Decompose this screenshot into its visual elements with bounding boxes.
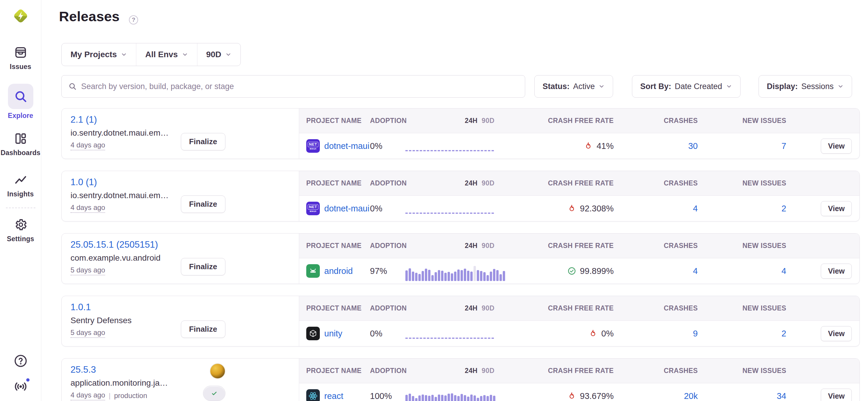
environment-filter-value: All Envs [145, 50, 178, 59]
col-project-name: PROJECT NAME [299, 179, 370, 187]
view-button[interactable]: View [821, 139, 852, 154]
sidebar-item-label: Dashboards [1, 149, 40, 157]
col-crashes: CRASHES [664, 304, 703, 312]
crashes-link[interactable]: 9 [693, 329, 698, 338]
col-crashes: CRASHES [664, 117, 703, 125]
crash-free-cell: 92.308% [567, 204, 619, 213]
sidebar-item-explore[interactable]: Explore [0, 84, 41, 120]
col-project-name: PROJECT NAME [299, 304, 370, 312]
date-range-dropdown[interactable]: 90D [197, 43, 241, 66]
col-crash-free-rate: CRASH FREE RATE [548, 117, 618, 125]
dashboards-icon [14, 131, 27, 146]
crash-free-value: 93.679% [580, 391, 614, 401]
adoption-value: 0% [370, 329, 405, 338]
view-button[interactable]: View [821, 264, 852, 279]
release-card: 1.0.1 Sentry Defenses 5 days ago Finaliz… [61, 296, 860, 346]
release-table: PROJECT NAME ADOPTION 24H90D CRASH FREE … [299, 234, 860, 283]
view-button[interactable]: View [821, 201, 852, 216]
release-version-link[interactable]: 25.5.3 [70, 364, 96, 375]
release-package: Sentry Defenses [70, 316, 197, 325]
crashes-link[interactable]: 30 [688, 141, 698, 151]
release-created: 5 days ago [70, 329, 105, 338]
view-button[interactable]: View [821, 326, 852, 341]
status-label: Status: [542, 82, 570, 91]
table-row: android 97% 99.899% 4 4 View [299, 258, 860, 283]
view-button[interactable]: View [821, 389, 852, 401]
sidebar-item-settings[interactable]: Settings [0, 217, 41, 243]
col-crash-free-rate: CRASH FREE RATE [548, 179, 618, 187]
crash-free-value: 92.308% [580, 204, 614, 213]
finalize-button[interactable]: Finalize [181, 196, 225, 213]
sidebar-item-insights[interactable]: Insights [0, 172, 41, 198]
new-issues-link[interactable]: 2 [781, 329, 786, 338]
finalize-button[interactable]: Finalize [181, 133, 225, 151]
col-adoption: ADOPTION [370, 367, 405, 375]
release-version-link[interactable]: 2.1 (1) [70, 114, 97, 125]
project-link[interactable]: dotnet-maui [324, 141, 369, 151]
new-issues-link[interactable]: 34 [777, 391, 786, 401]
table-row: unity 0% 0% 9 2 View [299, 321, 860, 346]
release-summary: 25.05.15.1 (2505151) com.example.vu.andr… [62, 234, 299, 283]
status-value: Active [573, 82, 595, 91]
table-row: react 100% 93.679% 20k 34 View [299, 383, 860, 401]
whats-new-button[interactable] [0, 379, 41, 394]
fire-icon [584, 141, 593, 151]
release-package: application.monitoring.ja… [70, 378, 197, 388]
help-icon [13, 354, 28, 368]
environment-filter-dropdown[interactable]: All Envs [136, 43, 197, 66]
finalize-button[interactable]: Finalize [181, 321, 225, 338]
table-header: PROJECT NAME ADOPTION 24H90D CRASH FREE … [299, 108, 860, 133]
col-project-name: PROJECT NAME [299, 117, 370, 125]
release-version-link[interactable]: 1.0 (1) [70, 177, 97, 188]
adoption-value: 100% [370, 391, 405, 401]
help-button[interactable] [0, 354, 41, 368]
release-created: 4 days ago [70, 391, 105, 400]
col-crashes: CRASHES [664, 367, 703, 375]
gear-icon [14, 217, 27, 232]
project-link[interactable]: unity [324, 329, 342, 338]
page-filter-bar: My Projects All Envs 90D [61, 43, 241, 66]
crash-free-cell: 93.679% [567, 391, 619, 401]
sentry-logo[interactable] [11, 6, 30, 25]
release-version-link[interactable]: 25.05.15.1 (2505151) [70, 239, 158, 250]
check-icon [210, 389, 219, 398]
project-link[interactable]: dotnet-maui [324, 204, 369, 213]
release-version-link[interactable]: 1.0.1 [70, 302, 91, 312]
search-box [61, 75, 525, 98]
search-input[interactable] [81, 82, 518, 91]
table-header: PROJECT NAME ADOPTION 24H90D CRASH FREE … [299, 359, 860, 383]
col-new-issues: NEW ISSUES [743, 117, 791, 125]
crashes-link[interactable]: 4 [693, 204, 698, 213]
project-filter-dropdown[interactable]: My Projects [62, 43, 136, 66]
new-issues-link[interactable]: 2 [781, 204, 786, 213]
new-issues-link[interactable]: 4 [781, 266, 786, 276]
release-package: io.sentry.dotnet.maui.em… [70, 128, 197, 138]
sidebar-item-dashboards[interactable]: Dashboards [0, 131, 41, 157]
search-icon [8, 84, 33, 109]
android-icon [306, 264, 320, 278]
release-created: 4 days ago [70, 141, 105, 151]
sort-by-dropdown[interactable]: Sort By: Date Created [632, 75, 741, 98]
crashes-link[interactable]: 20k [684, 391, 698, 401]
display-dropdown[interactable]: Display: Sessions [758, 75, 852, 98]
release-table: PROJECT NAME ADOPTION 24H90D CRASH FREE … [299, 359, 860, 401]
issues-icon [14, 45, 27, 60]
crashes-link[interactable]: 4 [693, 266, 698, 276]
project-link[interactable]: react [324, 391, 343, 401]
project-link[interactable]: android [324, 266, 353, 276]
chevron-down-icon [726, 83, 732, 90]
sidebar-item-issues[interactable]: Issues [0, 45, 41, 71]
release-table: PROJECT NAME ADOPTION 24H90D CRASH FREE … [299, 171, 860, 221]
finalized-badge [203, 386, 225, 401]
finalize-button[interactable]: Finalize [181, 258, 225, 275]
dotnet-maui-icon: NETMAUI [306, 202, 320, 215]
adoption-value: 0% [370, 204, 405, 213]
col-new-issues: NEW ISSUES [743, 367, 791, 375]
page-help-icon[interactable] [129, 15, 138, 25]
status-dropdown[interactable]: Status: Active [534, 75, 613, 98]
sidebar: Issues Explore Dashboards Insights [0, 0, 41, 401]
new-issues-link[interactable]: 7 [781, 141, 786, 151]
col-adoption: ADOPTION [370, 179, 405, 187]
chevron-down-icon [121, 51, 127, 58]
release-package: com.example.vu.android [70, 253, 197, 263]
